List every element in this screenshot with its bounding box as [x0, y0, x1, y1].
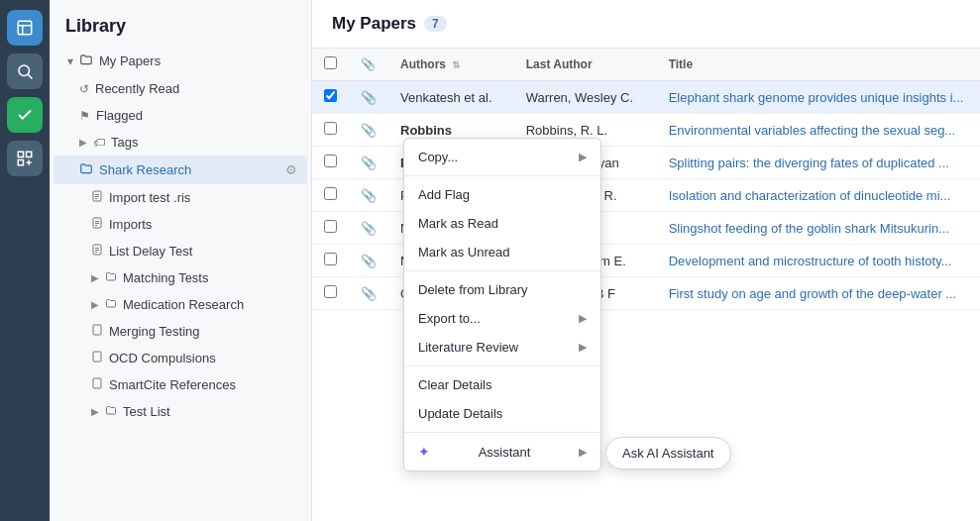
select-all-checkbox[interactable]	[324, 56, 337, 69]
menu-divider-2	[404, 270, 600, 271]
sidebar-item-test-list[interactable]: ▶ Test List	[54, 398, 307, 425]
mark-as-unread-label: Mark as Unread	[418, 245, 509, 260]
literature-review-label: Literature Review	[418, 340, 518, 355]
sidebar-title: Library	[50, 0, 311, 47]
export-to-label: Export to...	[418, 311, 481, 326]
attach-cell: 📎	[349, 114, 388, 147]
sidebar-item-label: My Papers	[99, 53, 297, 68]
select-cell	[312, 81, 349, 114]
select-cell	[312, 277, 349, 310]
row-checkbox[interactable]	[324, 187, 337, 200]
sidebar-item-label: Merging Testing	[109, 324, 297, 339]
sidebar-item-flagged[interactable]: ⚑ Flagged	[54, 102, 307, 129]
menu-divider-1	[404, 175, 600, 176]
attach-cell: 📎	[349, 245, 388, 277]
sidebar-item-matching-tests[interactable]: ▶ Matching Tests	[54, 264, 307, 291]
svg-rect-0	[18, 21, 32, 35]
gear-icon[interactable]: ⚙	[285, 162, 297, 177]
svg-rect-23	[93, 352, 101, 362]
select-cell	[312, 212, 349, 245]
literature-review-menu-item[interactable]: Literature Review ▶	[404, 333, 600, 362]
flag-icon: ⚑	[79, 109, 90, 123]
sidebar-item-label: Test List	[123, 404, 297, 419]
delete-from-library-menu-item[interactable]: Delete from Library	[404, 275, 600, 304]
folder-icon	[105, 404, 117, 419]
mark-as-read-label: Mark as Read	[418, 216, 498, 231]
sidebar-item-medication-research[interactable]: ▶ Medication Research	[54, 291, 307, 318]
sidebar-item-recently-read[interactable]: ↺ Recently Read	[54, 75, 307, 102]
menu-divider-4	[404, 432, 600, 433]
grid-icon-button[interactable]	[7, 141, 43, 176]
update-details-menu-item[interactable]: Update Details	[404, 399, 600, 428]
authors-column-header[interactable]: Authors ⇅	[388, 49, 514, 81]
assistant-label: Assistant	[479, 445, 531, 460]
assistant-menu-item[interactable]: ✦ Assistant ▶	[404, 437, 600, 467]
sidebar-item-ocd-compulsions[interactable]: OCD Compulsions	[54, 345, 307, 371]
sidebar-item-label: Imports	[109, 217, 297, 232]
row-checkbox[interactable]	[324, 89, 337, 102]
table-row[interactable]: 📎 Venkatesh et al. Warren, Wesley C. Ele…	[312, 81, 980, 114]
sidebar: Library ▾ My Papers ↺ Recently Read ⚑ Fl…	[50, 0, 312, 521]
context-menu-wrapper: Copy... ▶ Add Flag Mark as Read Mark as …	[403, 138, 731, 471]
export-to-menu-item[interactable]: Export to... ▶	[404, 304, 600, 333]
assistant-icon: ✦	[418, 444, 430, 460]
last-author-column-header[interactable]: Last Author	[514, 49, 657, 81]
main-content: My Papers 7 📎 Authors ⇅ Last Author Titl…	[312, 0, 980, 521]
clear-details-menu-item[interactable]: Clear Details	[404, 370, 600, 399]
select-cell	[312, 147, 349, 179]
select-cell	[312, 114, 349, 147]
chevron-right-icon: ▶	[91, 299, 99, 310]
submenu-chevron-icon: ▶	[579, 151, 587, 163]
ai-bubble-label: Ask AI Assistant	[622, 446, 714, 461]
mark-as-read-menu-item[interactable]: Mark as Read	[404, 209, 600, 238]
sidebar-item-tags[interactable]: ▶ 🏷 Tags	[54, 129, 307, 156]
add-flag-menu-item[interactable]: Add Flag	[404, 180, 600, 209]
folder-icon	[79, 52, 93, 69]
author-cell: Venkatesh et al.	[388, 81, 514, 114]
sidebar-item-smartcite-references[interactable]: SmartCite References	[54, 371, 307, 398]
sidebar-item-label: List Delay Test	[109, 244, 297, 259]
search-icon-button[interactable]	[7, 53, 43, 89]
sidebar-item-import-test[interactable]: Import test .ris	[54, 184, 307, 211]
row-checkbox[interactable]	[324, 253, 337, 265]
svg-rect-7	[18, 160, 23, 165]
delete-from-library-label: Delete from Library	[418, 282, 528, 297]
svg-rect-24	[93, 378, 101, 388]
document-icon	[91, 190, 103, 205]
document-icon	[91, 351, 103, 365]
main-header: My Papers 7	[312, 0, 980, 49]
document-icon	[91, 377, 103, 392]
row-checkbox[interactable]	[324, 285, 337, 298]
document-icon	[91, 324, 103, 339]
document-icon	[91, 217, 103, 232]
library-icon-button[interactable]	[7, 10, 43, 46]
mark-as-unread-menu-item[interactable]: Mark as Unread	[404, 238, 600, 266]
row-checkbox[interactable]	[324, 122, 337, 135]
svg-rect-6	[27, 152, 32, 156]
tasks-icon-button[interactable]	[7, 97, 43, 133]
submenu-chevron-icon: ▶	[579, 312, 587, 325]
sidebar-item-label: Tags	[111, 135, 297, 150]
sidebar-item-my-papers[interactable]: ▾ My Papers	[54, 47, 307, 75]
submenu-chevron-icon: ▶	[579, 341, 587, 354]
ai-assistant-bubble[interactable]: Ask AI Assistant	[605, 437, 731, 469]
update-details-label: Update Details	[418, 406, 502, 421]
sidebar-item-imports[interactable]: Imports	[54, 211, 307, 238]
attach-cell: 📎	[349, 81, 388, 114]
title-column-header[interactable]: Title	[657, 49, 980, 81]
table-header-row: 📎 Authors ⇅ Last Author Title	[312, 49, 980, 81]
folder-icon	[105, 297, 117, 312]
sidebar-item-merging-testing[interactable]: Merging Testing	[54, 318, 307, 345]
sidebar-item-label: Medication Research	[123, 297, 297, 312]
context-menu: Copy... ▶ Add Flag Mark as Read Mark as …	[403, 138, 601, 471]
chevron-right-icon: ▶	[91, 272, 99, 283]
sidebar-item-shark-research[interactable]: Shark Research ⚙	[54, 156, 307, 184]
row-checkbox[interactable]	[324, 155, 337, 167]
select-cell	[312, 179, 349, 212]
sidebar-item-label: SmartCite References	[109, 377, 297, 392]
sidebar-item-label: Matching Tests	[123, 270, 297, 285]
copy-menu-item[interactable]: Copy... ▶	[404, 143, 600, 171]
row-checkbox[interactable]	[324, 220, 337, 233]
sidebar-item-label: Import test .ris	[109, 190, 297, 205]
sidebar-item-list-delay-test[interactable]: List Delay Test	[54, 238, 307, 264]
